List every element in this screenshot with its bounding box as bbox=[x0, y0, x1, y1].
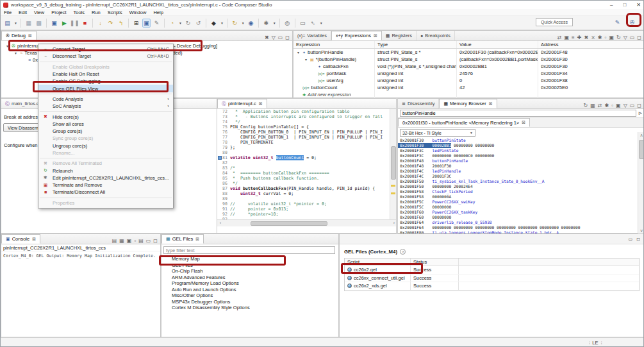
console-tool-icon[interactable]: ◻ bbox=[153, 238, 158, 244]
close-button[interactable]: ✕ bbox=[636, 2, 641, 8]
expression-row[interactable]: (x)=buttonCountunsigned int420x200025E0 bbox=[293, 84, 644, 91]
memory-address-input[interactable] bbox=[400, 110, 636, 117]
expr-tool-icon[interactable]: ▫ bbox=[605, 35, 607, 40]
debug-tool-icon[interactable]: ▽ bbox=[272, 35, 276, 40]
gel-option-program-memory-load-options[interactable]: Program/Memory Load Options bbox=[161, 280, 338, 287]
expr-tool-icon[interactable]: ▣ bbox=[609, 35, 614, 40]
refresh-icon[interactable]: ↻ bbox=[231, 19, 239, 28]
column-header-address[interactable]: Address bbox=[538, 41, 644, 48]
memory-tool-icon[interactable]: ◻ bbox=[637, 103, 641, 108]
terminate-icon[interactable]: ■ bbox=[81, 19, 89, 28]
gel-option-auto-run-and-launch-options[interactable]: Auto Run and Launch Options bbox=[161, 287, 338, 293]
console-tool-icon[interactable]: ▤ bbox=[112, 238, 117, 244]
expression-row[interactable]: ▾▤*(buttonPinHandle)struct PIN_State_s(c… bbox=[293, 56, 644, 63]
tab-main-tirtos-c[interactable]: ⓒmain_tirtos.c bbox=[1, 99, 44, 108]
debug-config-icon[interactable]: ▣ bbox=[50, 19, 58, 28]
expr-tool-icon[interactable]: ▽ bbox=[623, 35, 627, 40]
close-icon[interactable]: ⊠ bbox=[32, 237, 36, 242]
chevron-down-icon[interactable]: ▼ bbox=[220, 21, 224, 25]
suspend-icon[interactable]: ❚❚ bbox=[70, 19, 79, 28]
memory-go-icon[interactable]: ⊳ bbox=[638, 110, 642, 116]
gel-filter-input[interactable]: type filter text bbox=[163, 246, 335, 254]
expr-tool-icon[interactable]: ▭ bbox=[630, 35, 635, 40]
menu-item-terminate-disconnect-all[interactable]: ■Terminate/Disconnect All bbox=[38, 189, 173, 196]
expr-tool-icon[interactable]: ⇄ bbox=[557, 35, 562, 40]
gel-option-cortex-m-disassembly-style-options[interactable]: Cortex M Disassembly Style Options bbox=[161, 305, 338, 311]
gel-option-msp43x-debugger-options[interactable]: MSP43x Debugger Options bbox=[161, 299, 338, 305]
expr-tool-icon[interactable]: ✱ bbox=[598, 35, 602, 40]
expander-icon[interactable]: ▾ bbox=[304, 57, 308, 62]
new-dropdown-icon[interactable]: ▤ bbox=[3, 19, 12, 28]
tab-memory-browser[interactable]: ▦Memory Browser⊠ bbox=[439, 99, 497, 108]
menu-item-ungroup-core-s[interactable]: Ungroup core(s) bbox=[38, 142, 173, 149]
column-header-expression[interactable]: Expression bbox=[293, 41, 375, 48]
step-into-icon[interactable]: ↓ bbox=[96, 19, 104, 28]
memory-tool-icon[interactable]: ⇄ bbox=[598, 103, 602, 108]
quick-access-box[interactable]: Quick Access bbox=[536, 18, 573, 26]
menu-item-terminate-and-remove[interactable]: ▣Terminate and Remove bbox=[38, 182, 173, 189]
chevron-down-icon[interactable]: ▼ bbox=[242, 21, 245, 25]
close-icon[interactable]: ⊠ bbox=[374, 33, 377, 38]
console-tool-icon[interactable]: ▭ bbox=[146, 238, 151, 244]
menu-item-properties[interactable]: Properties bbox=[38, 199, 173, 207]
menu-item-soc-analysis[interactable]: SoC Analysis› bbox=[38, 103, 173, 110]
debug-tool-icon[interactable]: ✖ bbox=[265, 35, 269, 40]
maximize-button[interactable]: □ bbox=[623, 2, 626, 8]
menu-tools[interactable]: Tools bbox=[74, 10, 85, 15]
memory-tool-icon[interactable]: ↻ bbox=[584, 103, 588, 108]
maximize-icon[interactable]: ◻ bbox=[636, 237, 640, 242]
close-icon[interactable]: ⊠ bbox=[195, 237, 199, 242]
chevron-down-icon[interactable]: ▼ bbox=[179, 21, 182, 25]
windows-icon[interactable]: ▭ bbox=[299, 19, 307, 28]
console-tool-icon[interactable]: ▤ bbox=[138, 238, 144, 244]
expression-row[interactable]: (x)=userArgunsigned int00x20001F38 bbox=[293, 77, 644, 84]
tools-icon[interactable]: ✱ bbox=[262, 19, 270, 28]
tab-variables[interactable]: (x)=Variables bbox=[293, 31, 331, 40]
console-tool-icon[interactable]: ▣ bbox=[127, 238, 132, 244]
minimize-button[interactable]: – bbox=[610, 2, 613, 8]
menu-item-relaunch[interactable]: ↻Relaunch bbox=[38, 167, 173, 174]
expression-row[interactable]: (x)=portMaskunsigned int245760x20001F34 bbox=[293, 70, 644, 77]
chevron-down-icon[interactable]: ▼ bbox=[14, 21, 17, 25]
gel-option-on-chip-flash[interactable]: On-Chip Flash bbox=[161, 268, 338, 275]
expression-row[interactable]: ▾✦buttonPinHandlestruct PIN_State_s *0x2… bbox=[293, 49, 644, 56]
tab-expressions[interactable]: x+yExpressions⊠ bbox=[331, 31, 382, 40]
gel-option-misc-other-options[interactable]: Misc/Other Options bbox=[161, 292, 338, 299]
close-icon[interactable]: ⊠ bbox=[259, 101, 263, 106]
gel-script-row[interactable]: cc26xx_connect_util.gelSuccess bbox=[345, 275, 639, 283]
close-icon[interactable]: ⊠ bbox=[489, 101, 493, 106]
chevron-down-icon[interactable]: ▼ bbox=[320, 21, 323, 25]
menu-item-group-core-s[interactable]: Group core(s) bbox=[38, 128, 173, 135]
expr-tool-icon[interactable]: ◻ bbox=[637, 35, 641, 40]
menu-item-rename[interactable]: Rename... bbox=[38, 149, 173, 157]
ccs-edit-perspective[interactable]: ✎ bbox=[613, 18, 622, 27]
minimize-icon[interactable]: ▭ bbox=[629, 237, 633, 242]
tab-breakpoints[interactable]: ●Breakpoints bbox=[417, 31, 455, 40]
menu-item-edit-pininterrupt-cc26x2r1-launchxl-tirtos-ccs[interactable]: ✱Edit pinInterrupt_CC26X2R1_LAUNCHXL_tir… bbox=[38, 174, 173, 182]
tab-registers[interactable]: ▦Registers bbox=[382, 31, 417, 40]
target-sync-icon[interactable]: ◉ bbox=[247, 19, 255, 28]
menu-item-sync-group-core-s[interactable]: Sync group core(s) bbox=[38, 135, 173, 142]
memory-scrollbar[interactable]: ∧ ∨ bbox=[638, 132, 644, 234]
step-over-icon[interactable]: ↷ bbox=[106, 19, 115, 28]
expr-tool-icon[interactable]: ⨯ bbox=[591, 35, 595, 40]
menu-item-code-analysis[interactable]: Code Analysis› bbox=[38, 96, 173, 103]
resume-icon[interactable]: ▶ bbox=[60, 19, 69, 28]
gel-script-row[interactable]: cc26x2_xds.gelSuccess bbox=[345, 282, 639, 291]
memory-tool-icon[interactable]: ▦ bbox=[590, 103, 595, 108]
menu-view[interactable]: View bbox=[34, 10, 44, 15]
profile-clock-icon[interactable]: ◔ bbox=[168, 19, 176, 28]
debug-tool-icon[interactable]: ◻ bbox=[285, 35, 290, 40]
edit-probe-icon[interactable]: ✎ bbox=[153, 19, 161, 28]
expander-icon[interactable]: ▾ bbox=[13, 51, 18, 55]
search-icon[interactable]: ◎ bbox=[283, 19, 292, 28]
menu-file[interactable]: File bbox=[4, 10, 12, 15]
tab-gel-files[interactable]: ▦ GEL Files⊠ bbox=[161, 234, 204, 244]
restore-left-icon[interactable]: ↻ bbox=[184, 19, 192, 28]
expr-tool-icon[interactable]: ≡ bbox=[572, 35, 575, 40]
close-icon[interactable]: ⊠ bbox=[28, 33, 32, 38]
expander-icon[interactable]: ▾ bbox=[296, 50, 301, 55]
registers-grid-icon[interactable]: ⊞ bbox=[132, 19, 140, 28]
memory-tool-icon[interactable]: ▣ bbox=[616, 103, 621, 108]
menu-run[interactable]: Run bbox=[92, 10, 101, 15]
